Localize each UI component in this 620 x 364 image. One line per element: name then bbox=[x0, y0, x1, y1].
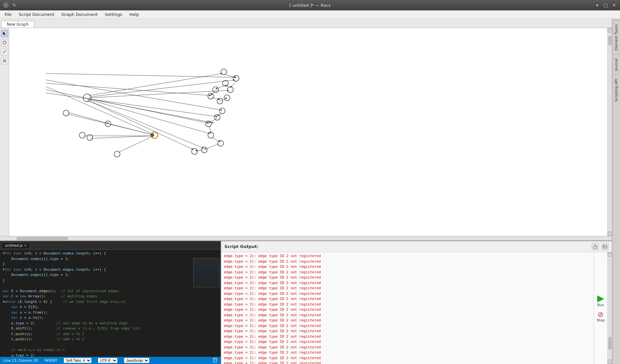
window-controls: ▾ □ ✕ bbox=[594, 2, 617, 8]
script-output-panel: Script Output: edge.type = 2): edge type… bbox=[221, 241, 612, 364]
graph-horizontal-scrollbar[interactable] bbox=[0, 236, 612, 240]
output-content: edge.type = 2): edge type ID 2 not regis… bbox=[221, 252, 594, 364]
lang-select[interactable]: JavaScript Python bbox=[124, 358, 149, 363]
graph-visualization[interactable] bbox=[9, 28, 612, 236]
output-line-16: edge.type = 2): edge type ID 2 not regis… bbox=[224, 339, 591, 345]
svg-line-50 bbox=[225, 85, 231, 87]
svg-line-44 bbox=[46, 83, 211, 96]
select-tool-button[interactable] bbox=[1, 30, 8, 37]
svg-point-13 bbox=[208, 93, 214, 99]
menu-settings[interactable]: Settings bbox=[101, 11, 125, 18]
output-line-2: edge.type = 2): edge type ID 2 not regis… bbox=[224, 264, 591, 270]
status-encoding: UTF-8 Latin-1 bbox=[98, 358, 117, 363]
left-panel: New Graph bbox=[0, 19, 612, 364]
stop-label: Stop bbox=[597, 318, 605, 322]
output-line-8: edge.type = 2): edge type ID 2 not regis… bbox=[224, 296, 591, 302]
menu-graph-document[interactable]: Graph Document bbox=[58, 11, 101, 18]
output-header-label: Script Output: bbox=[224, 244, 258, 249]
svg-point-1 bbox=[5, 4, 7, 6]
svg-point-66 bbox=[604, 245, 605, 246]
svg-point-20 bbox=[218, 140, 223, 146]
circle-tool-button[interactable] bbox=[1, 39, 8, 46]
output-line-18: edge.type = 2): edge type ID 2 not regis… bbox=[224, 350, 591, 356]
right-tab-journal[interactable]: Journal bbox=[613, 54, 620, 75]
edge-tool-button[interactable] bbox=[1, 48, 8, 55]
editor-tab-bar: untitled.js ✕ bbox=[0, 241, 221, 250]
maximize-button[interactable]: □ bbox=[602, 2, 609, 8]
svg-marker-2 bbox=[3, 32, 6, 35]
close-button[interactable]: ✕ bbox=[611, 2, 617, 8]
output-line-13: edge.type = 2): edge type ID 2 not regis… bbox=[224, 323, 591, 329]
editor-statusbar: Line 13, Column 20 INSERT Soft Tabs: 4 S… bbox=[0, 357, 221, 364]
output-line-15: edge.type = 2): edge type ID 2 not regis… bbox=[224, 334, 591, 340]
app-icon bbox=[3, 2, 9, 8]
output-line-6: edge.type = 2): edge type ID 2 not regis… bbox=[224, 286, 591, 291]
status-tabs: Soft Tabs: 4 Soft Tabs: 2 Hard Tabs bbox=[64, 358, 91, 363]
output-line-5: edge.type = 2): edge type ID 2 not regis… bbox=[224, 280, 591, 286]
svg-point-27 bbox=[79, 132, 85, 138]
menubar: File Script Document Graph Document Sett… bbox=[0, 10, 620, 19]
output-scrollbar[interactable]: ▲ ▼ bbox=[607, 252, 612, 364]
svg-line-41 bbox=[118, 136, 154, 152]
svg-line-34 bbox=[87, 100, 204, 148]
svg-line-59 bbox=[204, 144, 219, 149]
svg-line-46 bbox=[46, 90, 209, 123]
run-button[interactable]: ▶ Run bbox=[597, 294, 604, 307]
graph-tab-new[interactable]: New Graph bbox=[1, 21, 34, 28]
scroll-down-button[interactable]: ▼ bbox=[608, 231, 612, 236]
encoding-select[interactable]: UTF-8 Latin-1 bbox=[98, 358, 117, 363]
svg-point-22 bbox=[192, 149, 197, 154]
run-stop-area: ▶ Run ⊘ Stop bbox=[594, 252, 607, 364]
code-editor: untitled.js ✕ ▼for (var i=0; i < Documen… bbox=[0, 241, 221, 364]
graph-canvas[interactable]: ▲ ▼ bbox=[0, 28, 612, 236]
svg-line-32 bbox=[88, 99, 213, 123]
output-line-20: edge.type = 2): edge type ID 2 not regis… bbox=[224, 361, 591, 364]
scroll-up-button[interactable]: ▲ bbox=[608, 28, 612, 32]
stop-button[interactable]: ⊘ Stop bbox=[597, 311, 605, 322]
output-image-button[interactable] bbox=[601, 243, 609, 250]
svg-line-37 bbox=[68, 112, 109, 124]
right-tab-element-types[interactable]: Element Types bbox=[613, 20, 620, 54]
minimap bbox=[193, 258, 219, 287]
minimize-button[interactable]: ▾ bbox=[594, 2, 600, 8]
tabs-select[interactable]: Soft Tabs: 4 Soft Tabs: 2 Hard Tabs bbox=[64, 358, 91, 363]
edit-icon: ✎ bbox=[11, 2, 18, 8]
editor-tab-close[interactable]: ✕ bbox=[24, 244, 27, 247]
delete-tool-button[interactable] bbox=[1, 57, 8, 64]
graph-tabs: New Graph bbox=[0, 19, 612, 28]
svg-line-42 bbox=[46, 73, 236, 77]
titlebar: ✎ [ untitled ]* — Rocs ▾ □ ✕ bbox=[0, 0, 620, 10]
svg-point-8 bbox=[221, 69, 227, 75]
graph-toolbar bbox=[0, 28, 9, 236]
output-line-10: edge.type = 2): edge type ID 2 not regis… bbox=[224, 307, 591, 313]
svg-line-38 bbox=[110, 124, 154, 135]
code-content[interactable]: ▼for (var i=0; i < Document.nodes.length… bbox=[0, 250, 221, 357]
svg-point-12 bbox=[213, 87, 219, 93]
svg-line-39 bbox=[90, 136, 154, 138]
output-line-1: edge.type = 2): edge type ID 2 not regis… bbox=[224, 259, 591, 265]
svg-line-56 bbox=[209, 118, 217, 123]
hscroll-thumb[interactable] bbox=[16, 237, 68, 240]
status-position: Line 13, Column 20 bbox=[3, 358, 38, 363]
output-scroll-up[interactable]: ▲ bbox=[608, 252, 612, 257]
editor-tab-untitled[interactable]: untitled.js ✕ bbox=[1, 242, 30, 248]
graph-vertical-scrollbar[interactable]: ▲ ▼ bbox=[607, 28, 612, 236]
right-tab-scripting-api[interactable]: Scripting API bbox=[613, 75, 620, 106]
status-mode: INSERT bbox=[45, 358, 57, 363]
output-line-4: edge.type = 2): edge type ID 2 not regis… bbox=[224, 275, 591, 280]
output-scroll-down[interactable]: ▼ bbox=[608, 359, 612, 364]
titlebar-left-icons: ✎ bbox=[3, 2, 18, 8]
menu-help[interactable]: Help bbox=[126, 11, 142, 18]
output-line-14: edge.type = 2): edge type ID 2 not regis… bbox=[224, 329, 591, 334]
output-header-right bbox=[592, 243, 609, 250]
menu-file[interactable]: File bbox=[1, 11, 15, 18]
output-lock-button[interactable] bbox=[592, 243, 599, 250]
svg-line-4 bbox=[3, 50, 6, 53]
run-label: Run bbox=[597, 303, 604, 307]
output-header: Script Output: bbox=[221, 241, 612, 252]
svg-line-49 bbox=[231, 81, 236, 87]
window-title: [ untitled ]* — Rocs bbox=[0, 3, 620, 8]
svg-point-9 bbox=[233, 75, 239, 81]
menu-script-document[interactable]: Script Document bbox=[16, 11, 58, 18]
output-line-3: edge.type = 2): edge type ID 2 not regis… bbox=[224, 270, 591, 275]
